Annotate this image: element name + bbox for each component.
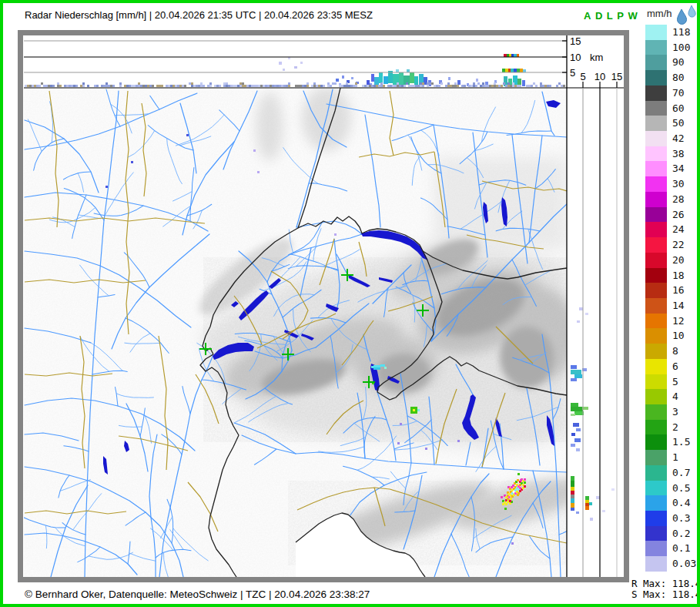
- legend-value-label: 90: [672, 55, 685, 70]
- legend-entry: 2: [645, 420, 700, 435]
- legend-entry: 118: [645, 25, 700, 40]
- legend-color-swatch: [645, 146, 667, 162]
- legend-color-swatch: [645, 161, 667, 176]
- legend-entry: 0.7: [645, 465, 700, 481]
- map-layer: [24, 86, 598, 577]
- legend-value-label: 18: [672, 268, 685, 283]
- legend-color-swatch: [645, 556, 667, 572]
- legend-value-label: 0.5: [672, 481, 690, 496]
- height-axis-label: 10: [570, 52, 581, 63]
- legend-entry: 12: [645, 314, 700, 329]
- maxima-readout: R Max: 118.4 S Max: 118.4: [631, 578, 700, 600]
- legend-value-label: 4: [672, 389, 678, 404]
- legend-entry: 1: [645, 450, 700, 465]
- legend-value-label: 26: [672, 207, 685, 223]
- legend-color-swatch: [645, 389, 667, 404]
- copyright-credit: © Bernhard Oker, Datenquelle: MeteoSchwe…: [25, 589, 370, 600]
- legend-color-swatch: [645, 268, 667, 283]
- radar-graphics: 1510km551015: [23, 35, 624, 577]
- legend-entry: 8: [645, 344, 700, 359]
- legend-value-label: 2: [672, 420, 678, 435]
- legend-value-label: 1.5: [672, 434, 690, 450]
- legend-color-swatch: [645, 116, 667, 131]
- legend-entry: 70: [645, 86, 700, 101]
- legend-value-label: 70: [672, 86, 685, 101]
- legend-value-label: 42: [672, 131, 685, 146]
- legend-value-label: 34: [672, 161, 685, 176]
- legend-entry: 0.03: [645, 556, 700, 572]
- legend-entry: 28: [645, 192, 700, 207]
- legend-value-label: 8: [672, 344, 678, 359]
- legend-color-swatch: [645, 450, 667, 465]
- legend-color-swatch: [645, 55, 667, 70]
- legend-value-label: 0.1: [672, 541, 690, 556]
- legend-entry: 10: [645, 328, 700, 344]
- legend-entry: 30: [645, 176, 700, 192]
- s-max-value: S Max: 118.4: [631, 589, 700, 600]
- legend-entry: 14: [645, 298, 700, 314]
- legend-value-label: 118: [672, 25, 690, 40]
- legend-value-label: 0.03: [672, 556, 696, 572]
- height-axis-label: 5: [570, 67, 575, 79]
- legend-entry: 16: [645, 283, 700, 298]
- legend-entry: 20: [645, 253, 700, 268]
- legend-color-swatch: [645, 541, 667, 556]
- legend-entry: 50: [645, 116, 700, 131]
- height-axis-label: 5: [580, 71, 585, 82]
- legend-value-label: 0.4: [672, 495, 690, 511]
- legend-color-swatch: [645, 298, 667, 314]
- legend-value-label: 22: [672, 237, 685, 253]
- legend-value-label: 30: [672, 176, 685, 192]
- legend-color-swatch: [645, 344, 667, 359]
- legend-value-label: 5: [672, 374, 678, 390]
- legend-value-label: 3: [672, 404, 678, 420]
- legend-entry: 4: [645, 389, 700, 404]
- legend-color-swatch: [645, 207, 667, 223]
- legend-color-swatch: [645, 511, 667, 526]
- legend-color-swatch: [645, 253, 667, 268]
- legend-value-label: 0.7: [672, 465, 690, 481]
- legend-value-label: 60: [672, 101, 685, 116]
- legend-value-label: 12: [672, 314, 685, 329]
- height-axis-label: 15: [570, 35, 581, 47]
- legend-value-label: 10: [672, 328, 685, 344]
- legend-entry: 5: [645, 374, 700, 390]
- legend-color-swatch: [645, 176, 667, 192]
- legend-color-swatch: [645, 86, 667, 101]
- radar-app-window: Radar Niederschlag [mm/h] | 20.04.2026 2…: [0, 0, 700, 607]
- legend-color-swatch: [645, 328, 667, 344]
- legend-value-label: 50: [672, 116, 685, 131]
- legend-entry: 1.5: [645, 434, 700, 450]
- legend-value-label: 38: [672, 146, 685, 162]
- legend-value-label: 0.3: [672, 511, 690, 526]
- legend-entry: 22: [645, 237, 700, 253]
- legend-entry: 24: [645, 222, 700, 237]
- legend-entry: 60: [645, 101, 700, 116]
- legend-value-label: 0.2: [672, 526, 690, 542]
- legend-value-label: 24: [672, 222, 685, 237]
- legend-value-label: 20: [672, 253, 685, 268]
- app-title: Radar Niederschlag [mm/h] | 20.04.2026 2…: [25, 9, 373, 21]
- radar-station-status: ADLPW: [584, 10, 641, 22]
- legend-entry: 0.2: [645, 526, 700, 542]
- legend-entry: 42: [645, 131, 700, 146]
- legend-entry: 0.5: [645, 481, 700, 496]
- legend-entry: 90: [645, 55, 700, 70]
- legend-value-label: 16: [672, 283, 685, 298]
- legend-color-swatch: [645, 404, 667, 420]
- legend-color-swatch: [645, 359, 667, 374]
- legend-entry: 26: [645, 207, 700, 223]
- legend-value-label: 28: [672, 192, 685, 207]
- legend-color-swatch: [645, 314, 667, 329]
- height-axis-label: 15: [611, 71, 622, 82]
- legend-value-label: 14: [672, 298, 685, 314]
- legend-color-swatch: [645, 131, 667, 146]
- legend-color-swatch: [645, 420, 667, 435]
- legend-entry: 18: [645, 268, 700, 283]
- legend-color-swatch: [645, 237, 667, 253]
- legend-entry: 0.3: [645, 511, 700, 526]
- legend-value-label: 6: [672, 359, 678, 374]
- legend-color-swatch: [645, 481, 667, 496]
- height-axis-label: 10: [594, 71, 605, 82]
- legend-color-swatch: [645, 25, 667, 40]
